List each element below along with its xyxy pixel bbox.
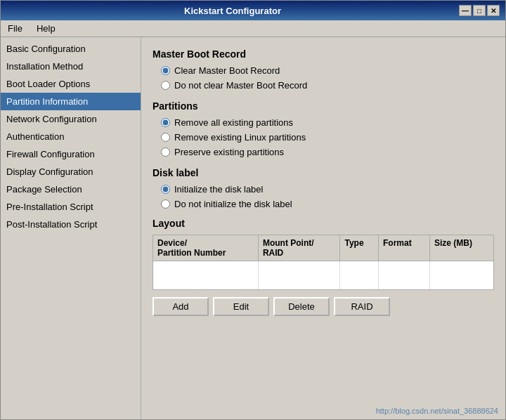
disk-label-option-1[interactable]: Initialize the disk label bbox=[161, 184, 494, 195]
menu-help[interactable]: Help bbox=[32, 22, 60, 35]
disk-label-radio-1[interactable] bbox=[161, 185, 170, 194]
layout-section: Layout Device/Partition Number Mount Poi… bbox=[153, 218, 494, 316]
sidebar-item-partition-info[interactable]: Partition Information bbox=[1, 93, 141, 110]
disk-label-option-2[interactable]: Do not initialize the disk label bbox=[161, 199, 494, 209]
col-mountpoint: Mount Point/RAID bbox=[258, 235, 340, 261]
partition-option-3[interactable]: Preserve existing partitions bbox=[161, 147, 494, 157]
partition-option-2[interactable]: Remove existing Linux partitions bbox=[161, 132, 494, 143]
col-type: Type bbox=[340, 235, 379, 261]
sidebar-item-display-config[interactable]: Display Configuration bbox=[1, 163, 141, 181]
main-panel: Master Boot Record Clear Master Boot Rec… bbox=[141, 37, 505, 419]
watermark: http://blog.csdn.net/sinat_36888624 bbox=[376, 407, 498, 415]
mbr-label-2: Do not clear Master Boot Record bbox=[174, 80, 307, 91]
col-format: Format bbox=[379, 235, 430, 261]
mbr-radio-1[interactable] bbox=[161, 66, 170, 75]
disk-label-label-2: Do not initialize the disk label bbox=[174, 199, 292, 209]
mbr-radio-2[interactable] bbox=[161, 81, 170, 90]
sidebar-item-network-config[interactable]: Network Configuration bbox=[1, 110, 141, 128]
sidebar-item-post-install[interactable]: Post-Installation Script bbox=[1, 216, 141, 233]
sidebar-item-firewall-config[interactable]: Firewall Configuration bbox=[1, 145, 141, 163]
mbr-label-1: Clear Master Boot Record bbox=[174, 65, 280, 76]
close-button[interactable]: ✕ bbox=[487, 5, 500, 16]
disk-label-title: Disk label bbox=[153, 167, 494, 178]
partitions-radio-group: Remove all existing partitions Remove ex… bbox=[161, 117, 494, 157]
sidebar-item-install-method[interactable]: Installation Method bbox=[1, 58, 141, 75]
partition-label-3: Preserve existing partitions bbox=[174, 147, 284, 157]
partition-radio-1[interactable] bbox=[161, 118, 170, 127]
partitions-title: Partitions bbox=[153, 100, 494, 112]
sidebar-item-basic-config[interactable]: Basic Configuration bbox=[1, 40, 141, 58]
main-window: Kickstart Configurator — □ ✕ File Help B… bbox=[0, 0, 506, 420]
partition-label-1: Remove all existing partitions bbox=[174, 117, 293, 128]
col-device: Device/Partition Number bbox=[153, 235, 258, 261]
partition-radio-3[interactable] bbox=[161, 147, 170, 157]
disk-label-radio-2[interactable] bbox=[161, 199, 170, 209]
layout-table: Device/Partition Number Mount Point/RAID… bbox=[153, 235, 493, 289]
title-bar: Kickstart Configurator — □ ✕ bbox=[1, 1, 505, 20]
edit-button[interactable]: Edit bbox=[213, 297, 269, 316]
table-row bbox=[153, 261, 493, 289]
add-button[interactable]: Add bbox=[153, 297, 209, 316]
content-area: Basic Configuration Installation Method … bbox=[1, 37, 505, 419]
sidebar-item-authentication[interactable]: Authentication bbox=[1, 128, 141, 145]
sidebar-item-package-selection[interactable]: Package Selection bbox=[1, 181, 141, 198]
col-size: Size (MB) bbox=[430, 235, 493, 261]
menu-file[interactable]: File bbox=[4, 22, 27, 35]
button-row: Add Edit Delete RAID bbox=[153, 297, 494, 316]
sidebar-item-pre-install[interactable]: Pre-Installation Script bbox=[1, 198, 141, 216]
mbr-option-2[interactable]: Do not clear Master Boot Record bbox=[161, 80, 494, 91]
raid-button[interactable]: RAID bbox=[334, 297, 390, 316]
disk-label-radio-group: Initialize the disk label Do not initial… bbox=[161, 184, 494, 209]
partition-radio-2[interactable] bbox=[161, 133, 170, 142]
minimize-button[interactable]: — bbox=[459, 5, 472, 16]
delete-button[interactable]: Delete bbox=[273, 297, 330, 316]
layout-title: Layout bbox=[153, 218, 494, 229]
window-title: Kickstart Configurator bbox=[6, 6, 459, 16]
mbr-option-1[interactable]: Clear Master Boot Record bbox=[161, 65, 494, 76]
mbr-title: Master Boot Record bbox=[153, 48, 494, 60]
maximize-button[interactable]: □ bbox=[473, 5, 486, 16]
menu-bar: File Help bbox=[1, 20, 505, 37]
partition-option-1[interactable]: Remove all existing partitions bbox=[161, 117, 494, 128]
layout-table-container: Device/Partition Number Mount Point/RAID… bbox=[153, 235, 494, 290]
mbr-radio-group: Clear Master Boot Record Do not clear Ma… bbox=[161, 65, 494, 91]
partition-label-2: Remove existing Linux partitions bbox=[174, 132, 306, 143]
disk-label-label-1: Initialize the disk label bbox=[174, 184, 263, 195]
sidebar: Basic Configuration Installation Method … bbox=[1, 37, 141, 419]
window-controls: — □ ✕ bbox=[459, 5, 500, 16]
sidebar-item-boot-loader[interactable]: Boot Loader Options bbox=[1, 75, 141, 93]
